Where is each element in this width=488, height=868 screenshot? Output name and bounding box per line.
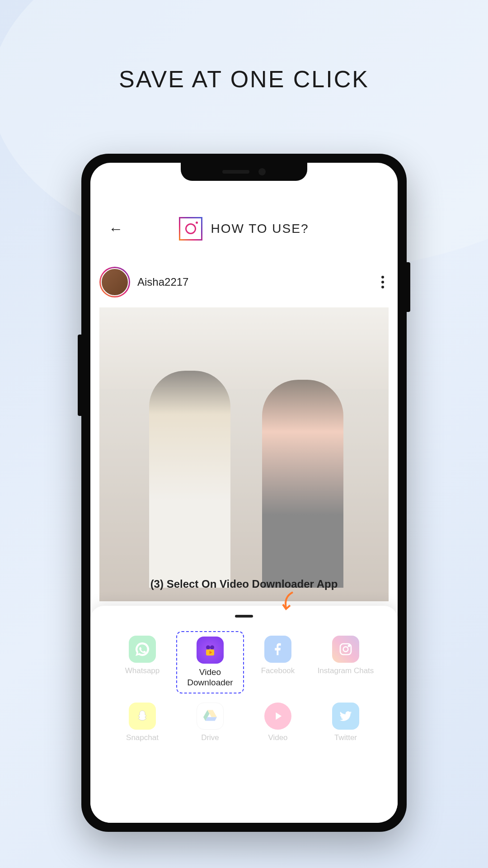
share-item-facebook[interactable]: Facebook (244, 631, 312, 693)
share-sheet: Whatsapp Video Downloader Facebook (90, 606, 398, 823)
phone-speaker (222, 170, 249, 174)
share-label: Facebook (261, 666, 295, 675)
svg-point-5 (348, 645, 350, 646)
facebook-icon (264, 636, 291, 663)
sheet-handle[interactable] (235, 615, 253, 618)
whatsapp-icon (129, 636, 156, 663)
snapchat-icon (129, 703, 156, 730)
video-downloader-icon (197, 637, 224, 664)
instagram-chats-icon (332, 636, 359, 663)
share-label: Twitter (334, 733, 357, 742)
page-headline: SAVE AT ONE CLICK (0, 66, 488, 93)
share-item-instagram-chats[interactable]: Instagram Chats (312, 631, 380, 693)
username: Aisha2217 (137, 276, 188, 288)
phone-screen: ← HOW TO USE? Aisha2217 (3) Select (90, 163, 398, 823)
phone-frame: ← HOW TO USE? Aisha2217 (3) Select (81, 154, 407, 832)
instagram-icon (179, 217, 202, 241)
share-item-drive[interactable]: Drive (176, 698, 244, 747)
share-item-twitter[interactable]: Twitter (312, 698, 380, 747)
phone-notch (181, 163, 307, 181)
drive-icon (197, 703, 224, 730)
svg-point-1 (210, 646, 214, 650)
more-options-icon[interactable] (377, 271, 389, 293)
twitter-icon (332, 703, 359, 730)
app-header: ← HOW TO USE? (90, 217, 398, 241)
post-user[interactable]: Aisha2217 (99, 267, 188, 297)
avatar (99, 267, 130, 297)
svg-point-0 (206, 646, 210, 650)
share-grid: Whatsapp Video Downloader Facebook (90, 631, 398, 747)
post-image (99, 307, 389, 601)
share-item-snapchat[interactable]: Snapchat (108, 698, 176, 747)
video-icon (264, 703, 291, 730)
share-item-video[interactable]: Video (244, 698, 312, 747)
share-item-video-downloader[interactable]: Video Downloader (176, 631, 244, 693)
svg-point-4 (343, 647, 348, 652)
share-label: Video (268, 733, 287, 742)
pointer-arrow-icon (279, 590, 297, 613)
share-label: Instagram Chats (318, 666, 374, 675)
share-label: Snapchat (126, 733, 159, 742)
back-arrow-icon[interactable]: ← (108, 221, 123, 237)
phone-camera (258, 168, 266, 175)
share-item-whatsapp[interactable]: Whatsapp (108, 631, 176, 693)
share-label: Video Downloader (187, 667, 233, 688)
instruction-text: (3) Select On Video Downloader App (90, 578, 398, 590)
post-header: Aisha2217 (90, 267, 398, 297)
share-label: Whatsapp (125, 666, 160, 675)
header-title: HOW TO USE? (211, 222, 309, 236)
header-center: HOW TO USE? (123, 217, 365, 241)
share-label: Drive (201, 733, 219, 742)
